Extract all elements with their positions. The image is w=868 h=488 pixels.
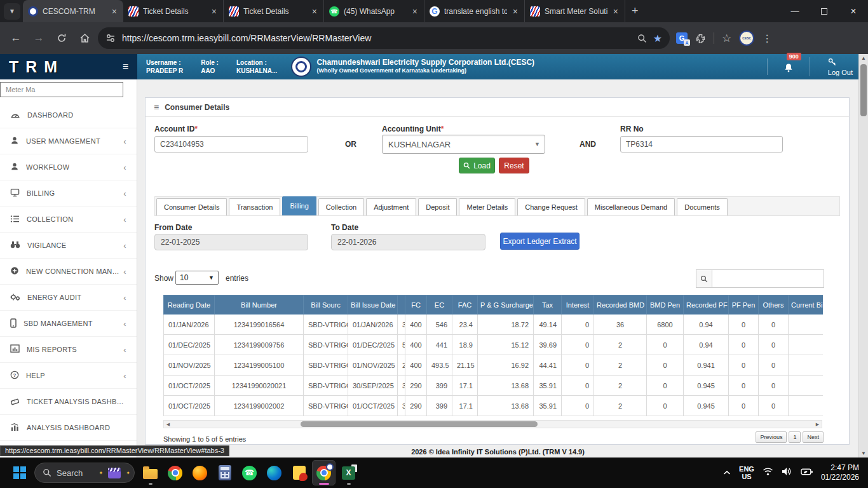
language-indicator[interactable]: ENG US	[739, 465, 754, 480]
column-header[interactable]: Reading Date	[164, 295, 215, 315]
sidebar-item-user-management[interactable]: USER MANAGEMENT‹	[0, 128, 137, 154]
sidebar-item-new-connection-manage[interactable]: NEW CONNECTION MANAGE...‹	[0, 259, 137, 285]
hscroll-thumb[interactable]	[301, 421, 538, 427]
tab-collection[interactable]: Collection	[318, 198, 364, 215]
sidebar-item-mis-reports[interactable]: MIS REPORTS‹	[0, 337, 137, 363]
notification-bell-icon[interactable]	[784, 63, 793, 75]
table-row[interactable]: 01/OCT/202512341990020021SBD-VTRIGGI30/S…	[164, 376, 824, 396]
close-icon[interactable]: ×	[210, 6, 218, 17]
tab-deposit[interactable]: Deposit	[418, 198, 457, 215]
table-row[interactable]: 01/NOV/20251234199005100SBD-VTRIGGI01/NO…	[164, 355, 824, 376]
start-button[interactable]	[9, 460, 31, 485]
sidebar-item-workflow[interactable]: WORKFLOW‹	[0, 154, 137, 180]
sidebar-item-help[interactable]: ?HELP‹	[0, 363, 137, 389]
chrome-icon[interactable]	[163, 460, 187, 485]
site-settings-icon[interactable]	[105, 33, 116, 43]
address-bar[interactable]: https://cescom.trm.ieasybill.com/RRMaste…	[98, 27, 670, 49]
taskbar-search[interactable]: Search ✦ ✦	[34, 463, 135, 483]
scroll-down-icon[interactable]: ▼	[859, 451, 868, 456]
tab-transaction[interactable]: Transaction	[229, 198, 280, 215]
column-header[interactable]: FAC	[452, 295, 478, 315]
close-icon[interactable]: ×	[512, 6, 519, 17]
table-search-button[interactable]	[696, 269, 712, 288]
notifications[interactable]: 900	[767, 58, 810, 75]
column-header[interactable]: Current Bil	[789, 295, 824, 315]
sidebar-item-billing[interactable]: BILLING‹	[0, 180, 137, 207]
edge-icon[interactable]	[262, 460, 286, 485]
excel-icon[interactable]: X	[337, 460, 360, 485]
scroll-right-icon[interactable]: ▶	[813, 422, 822, 427]
minimize-button[interactable]: —	[780, 0, 810, 22]
table-row[interactable]: 01/OCT/20251234199002002SBD-VTRIGGI01/OC…	[164, 396, 824, 416]
page-size-select[interactable]: 10 ▼	[175, 271, 219, 285]
account-id-input[interactable]	[154, 136, 308, 152]
sidebar-item-sbd-management[interactable]: SBD MANAGEMENT‹	[0, 311, 137, 337]
folder-icon[interactable]	[139, 460, 162, 485]
browser-menu-icon[interactable]: ⋮	[762, 32, 772, 44]
tab-miscellaneous-demand[interactable]: Miscellaneous Demand	[587, 198, 675, 215]
sidebar-item-vigilance[interactable]: VIGILANCE‹	[0, 233, 137, 259]
panel-menu-icon[interactable]: ≡	[154, 102, 159, 112]
new-tab-button[interactable]: +	[632, 4, 639, 18]
hscroll-track[interactable]	[172, 421, 813, 428]
translate-icon[interactable]: GA	[676, 32, 688, 44]
column-header[interactable]	[398, 295, 405, 315]
browser-tab[interactable]: ☎(45) WhatsApp×	[324, 0, 424, 22]
tab-meter-details[interactable]: Meter Details	[459, 198, 515, 215]
accounting-unit-select[interactable]: KUSHALNAGAR ▼	[382, 135, 545, 154]
reset-button[interactable]: Reset	[499, 158, 529, 173]
sidebar-item-energy-audit[interactable]: ENERGY AUDIT‹	[0, 285, 137, 311]
export-ledger-button[interactable]: Export Ledger Extract	[500, 233, 580, 250]
close-icon[interactable]: ×	[311, 6, 318, 17]
browser-tab[interactable]: CESCOM-TRM×	[23, 0, 123, 22]
sidebar-toggle-icon[interactable]: ≡	[123, 61, 128, 72]
column-header[interactable]: Interest	[562, 295, 594, 315]
column-header[interactable]: Tax	[534, 295, 562, 315]
url-text[interactable]: https://cescom.trm.ieasybill.com/RRMaste…	[122, 33, 631, 43]
column-header[interactable]: P & G Surcharge	[478, 295, 534, 315]
volume-icon[interactable]	[782, 467, 792, 478]
close-icon[interactable]: ×	[111, 6, 118, 17]
firefox-icon[interactable]	[188, 460, 212, 485]
profile-avatar[interactable]: CESC	[739, 30, 754, 46]
sidebar-search-input[interactable]	[0, 82, 123, 97]
hand-app-icon[interactable]	[287, 460, 311, 485]
whatsapp-icon[interactable]: ☎	[238, 460, 261, 485]
sidebar-item-dashboard[interactable]: DASHBOARD	[0, 102, 137, 128]
tab-search-chevron-icon[interactable]: ▼	[4, 3, 20, 20]
vscroll-thumb[interactable]	[860, 64, 867, 116]
bookmark-star-icon[interactable]: ★	[653, 32, 662, 44]
column-header[interactable]: PF Pen	[729, 295, 759, 315]
browser-tab[interactable]: Ticket Details×	[224, 0, 324, 22]
taskbar-clock[interactable]: 2:47 PM 01/22/2026	[821, 463, 859, 482]
chrome-cesc-icon[interactable]	[312, 460, 336, 485]
column-header[interactable]: BMD Pen	[647, 295, 684, 315]
sidebar-item-analysis-dashboard[interactable]: ANALYSIS DASHBOARD	[0, 415, 137, 441]
browser-tab[interactable]: Gtranslate english to k×	[424, 0, 525, 22]
column-header[interactable]: Bill Sourc	[304, 295, 348, 315]
tab-billing[interactable]: Billing	[282, 196, 316, 215]
column-header[interactable]: Others	[759, 295, 789, 315]
browser-tab[interactable]: Ticket Details×	[123, 0, 224, 22]
table-row[interactable]: 01/DEC/20251234199009756SBD-VTRIGGI01/DE…	[164, 335, 824, 355]
extensions-puzzle-icon[interactable]	[695, 33, 706, 44]
column-header[interactable]: Recorded BMD	[594, 295, 647, 315]
column-header[interactable]: FC	[405, 295, 427, 315]
home-icon[interactable]	[75, 29, 94, 48]
reload-icon[interactable]	[52, 29, 71, 48]
wifi-icon[interactable]	[763, 467, 773, 478]
horizontal-scrollbar[interactable]: ◀ ▶	[163, 420, 822, 428]
tray-chevron-up-icon[interactable]	[723, 469, 731, 477]
sidebar-item-collection[interactable]: COLLECTION‹	[0, 207, 137, 233]
current-page-button[interactable]: 1	[789, 431, 801, 443]
tab-adjustment[interactable]: Adjustment	[366, 198, 416, 215]
calculator-icon[interactable]	[213, 460, 236, 485]
maximize-button[interactable]	[810, 0, 839, 22]
next-page-button[interactable]: Next	[803, 431, 824, 443]
forward-icon[interactable]: →	[29, 29, 48, 48]
column-header[interactable]: Bill Number	[215, 295, 304, 315]
load-button[interactable]: Load	[459, 158, 495, 173]
column-header[interactable]: Recorded PF	[684, 295, 729, 315]
previous-page-button[interactable]: Previous	[756, 431, 787, 443]
close-window-button[interactable]: ×	[839, 0, 868, 22]
